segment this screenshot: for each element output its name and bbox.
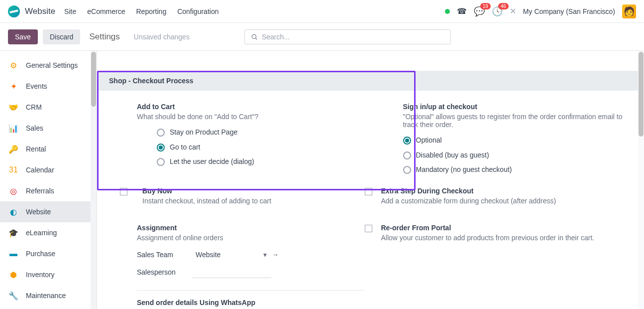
radio-icon[interactable]	[403, 166, 411, 174]
sidebar-icon: 📊	[8, 123, 19, 134]
search-box[interactable]	[244, 29, 451, 44]
sidebar-item-label: Purchase	[26, 250, 55, 258]
sidebar-item-rental[interactable]: 🔑Rental	[0, 139, 97, 159]
sidebar-item-label: Inventory	[26, 271, 55, 279]
caret-down-icon[interactable]: ▾	[263, 251, 267, 259]
messages-badge: 19	[480, 3, 491, 9]
radio-label: Stay on Product Page	[170, 128, 237, 138]
salesperson-input[interactable]	[192, 266, 271, 278]
search-icon	[251, 33, 258, 40]
page-title: Settings	[89, 32, 119, 42]
activity-badge: 46	[498, 3, 509, 9]
add-to-cart-option[interactable]: Let the user decide (dialog)	[137, 157, 366, 167]
buy-now-setting: Buy Now Instant checkout, instead of add…	[97, 187, 365, 212]
sidebar-item-elearning[interactable]: 🎓eLearning	[0, 222, 97, 243]
content-scroll-thumb[interactable]	[639, 52, 644, 137]
menu-ecommerce[interactable]: eCommerce	[87, 7, 125, 15]
menu-reporting[interactable]: Reporting	[136, 7, 166, 15]
sidebar-icon: ◐	[8, 206, 19, 217]
whatsapp-title: Send order details Using WhatsApp	[137, 299, 365, 309]
add-to-cart-title: Add to Cart	[137, 103, 366, 111]
user-avatar[interactable]: 🧑	[622, 4, 636, 18]
reorder-setting: Re-order From Portal Allow your customer…	[365, 224, 633, 249]
brand-name[interactable]: Website	[25, 6, 55, 16]
radio-icon[interactable]	[157, 158, 165, 166]
radio-label: Disabled (buy as guest)	[416, 151, 489, 160]
unsaved-indicator: Unsaved changes	[134, 33, 190, 41]
sales-team-value[interactable]: Website	[192, 249, 261, 261]
company-switcher[interactable]: My Company (San Francisco)	[523, 7, 615, 15]
sidebar-item-label: Maintenance	[26, 292, 66, 300]
sidebar-icon: ✦	[8, 81, 19, 92]
radio-label: Let the user decide (dialog)	[170, 157, 254, 167]
sidebar-item-events[interactable]: ✦Events	[0, 76, 97, 97]
sidebar-item-label: Sales	[26, 124, 43, 132]
add-to-cart-option[interactable]: Stay on Product Page	[137, 128, 366, 138]
signin-desc: "Optional" allows guests to register fro…	[403, 113, 633, 129]
assignment-title: Assignment	[137, 224, 365, 232]
sidebar-item-general-settings[interactable]: ⚙General Settings	[0, 55, 97, 76]
external-link-icon[interactable]: →	[272, 251, 279, 259]
phone-icon[interactable]: ☎	[457, 6, 467, 16]
assignment-desc: Assignment of online orders	[137, 234, 365, 242]
sidebar-icon: 31	[8, 164, 19, 175]
extra-step-checkbox[interactable]	[365, 188, 372, 195]
sidebar-icon: 🔑	[8, 144, 19, 154]
salesperson-label: Salesperson	[137, 268, 192, 276]
search-input[interactable]	[262, 33, 444, 41]
sidebar-scroll-thumb[interactable]	[91, 52, 96, 107]
sidebar-item-label: Calendar	[26, 166, 54, 174]
section-header: Shop - Checkout Process	[97, 71, 644, 91]
add-to-cart-desc: What should be done on "Add to Cart"?	[137, 113, 366, 121]
content-area: Shop - Checkout Process Add to Cart What…	[97, 51, 644, 309]
sidebar-item-label: CRM	[26, 103, 42, 111]
sidebar-item-maintenance[interactable]: 🔧Maintenance	[0, 285, 97, 306]
sidebar-icon: ▬	[8, 248, 19, 259]
sidebar-item-inventory[interactable]: ⬢Inventory	[0, 264, 97, 285]
signin-option[interactable]: Mandatory (no guest checkout)	[403, 165, 633, 175]
radio-label: Go to cart	[170, 143, 200, 153]
discard-button[interactable]: Discard	[43, 29, 80, 44]
sidebar-scrollbar[interactable]	[91, 51, 97, 309]
signin-setting: Sign in/up at checkout "Optional" allows…	[403, 103, 633, 175]
sidebar-icon: ⚙	[8, 60, 19, 71]
sidebar-icon: 🎓	[8, 227, 19, 238]
action-bar: Save Discard Settings Unsaved changes	[0, 23, 644, 51]
radio-icon[interactable]	[157, 144, 165, 152]
sidebar-item-crm[interactable]: 🤝CRM	[0, 97, 97, 118]
sidebar-item-website[interactable]: ◐Website	[0, 201, 97, 222]
signin-option[interactable]: Disabled (buy as guest)	[403, 151, 633, 160]
radio-icon[interactable]	[403, 152, 411, 159]
extra-step-title: Extra Step During Checkout	[381, 187, 633, 195]
svg-point-0	[252, 34, 256, 38]
tools-icon[interactable]: ✕	[510, 6, 516, 16]
save-button[interactable]: Save	[8, 29, 38, 44]
radio-icon[interactable]	[157, 129, 165, 137]
reorder-checkbox[interactable]	[365, 225, 372, 232]
content-scrollbar[interactable]	[638, 51, 644, 309]
sidebar-item-calendar[interactable]: 31Calendar	[0, 159, 97, 180]
status-dot-icon	[445, 9, 450, 14]
add-to-cart-option[interactable]: Go to cart	[137, 143, 366, 153]
menu-configuration[interactable]: Configuration	[177, 7, 218, 15]
reorder-desc: Allow your customer to add products from…	[381, 234, 633, 242]
activity-icon[interactable]: 🕓46	[492, 6, 503, 17]
top-navbar: Website Site eCommerce Reporting Configu…	[0, 0, 644, 23]
extra-step-setting: Extra Step During Checkout Add a customi…	[365, 187, 633, 212]
brand-icon	[8, 5, 20, 17]
radio-icon[interactable]	[403, 137, 411, 145]
sidebar-item-manufacturing[interactable]: 🏭Manufacturing	[0, 306, 97, 309]
radio-label: Optional	[416, 136, 442, 146]
sidebar-item-sales[interactable]: 📊Sales	[0, 118, 97, 139]
sidebar-item-referrals[interactable]: ◎Referrals	[0, 180, 97, 201]
sidebar-item-purchase[interactable]: ▬Purchase	[0, 243, 97, 264]
messages-icon[interactable]: 💬19	[474, 6, 485, 17]
add-to-cart-setting: Add to Cart What should be done on "Add …	[137, 103, 366, 167]
buy-now-checkbox[interactable]	[120, 188, 127, 195]
buy-now-title: Buy Now	[142, 187, 365, 195]
sidebar-item-label: General Settings	[26, 61, 78, 69]
menu-site[interactable]: Site	[64, 7, 76, 15]
extra-step-desc: Add a customizable form during checkout …	[381, 197, 633, 205]
signin-option[interactable]: Optional	[403, 136, 633, 146]
sidebar-icon: 🔧	[8, 290, 19, 301]
